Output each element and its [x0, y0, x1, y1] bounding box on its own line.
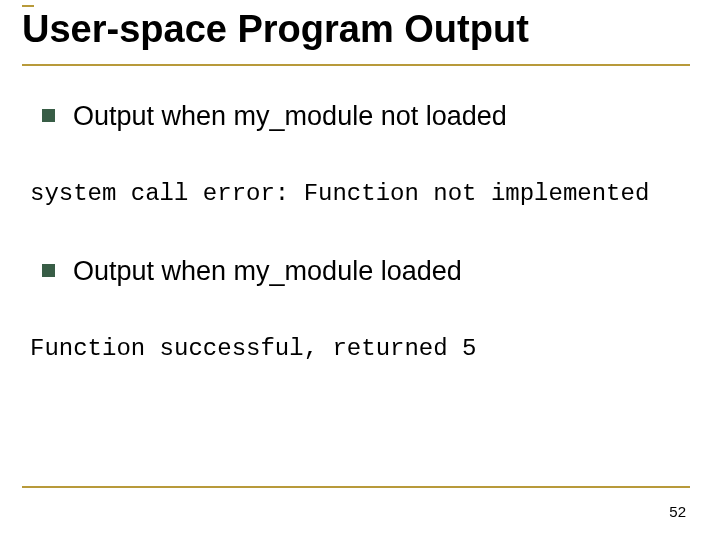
- title-underline: [22, 64, 690, 66]
- square-bullet-icon: [42, 109, 55, 122]
- slide-title: User-space Program Output: [22, 8, 698, 61]
- title-top-tick: [22, 5, 34, 7]
- bullet-text: Output when my_module loaded: [73, 255, 462, 289]
- square-bullet-icon: [42, 264, 55, 277]
- footer-rule: [22, 486, 690, 488]
- code-output: Function successful, returned 5: [30, 335, 680, 362]
- slide: User-space Program Output Output when my…: [0, 0, 720, 540]
- bullet-item: Output when my_module loaded: [42, 255, 680, 289]
- title-container: User-space Program Output: [22, 8, 698, 61]
- slide-body: Output when my_module not loaded system …: [30, 100, 680, 410]
- page-number: 52: [669, 503, 686, 520]
- code-output: system call error: Function not implemen…: [30, 180, 680, 207]
- bullet-item: Output when my_module not loaded: [42, 100, 680, 134]
- bullet-text: Output when my_module not loaded: [73, 100, 507, 134]
